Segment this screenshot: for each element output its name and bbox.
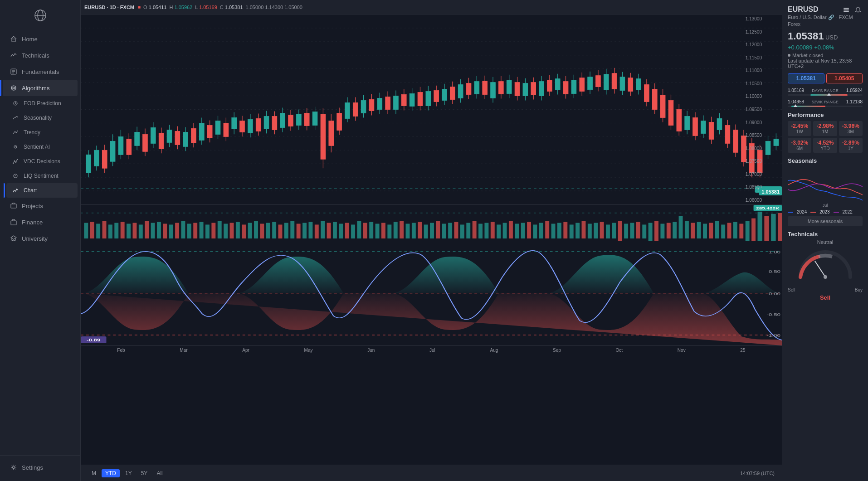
volume-svg: 285.422K xyxy=(81,205,782,241)
svg-rect-298 xyxy=(600,222,604,239)
settings-label: Settings xyxy=(22,464,43,471)
toolbar-open: O 1.05411 xyxy=(143,5,166,10)
sidebar-item-finance[interactable]: Finance xyxy=(3,214,78,230)
sidebar-item-label: Technicals xyxy=(22,52,49,59)
tf-btn-5y[interactable]: 5Y xyxy=(137,469,151,477)
svg-rect-257 xyxy=(351,224,355,238)
svg-rect-295 xyxy=(581,221,585,239)
svg-rect-240 xyxy=(248,223,252,239)
legend-label-2023: 2023 xyxy=(819,209,829,214)
svg-rect-294 xyxy=(575,223,580,239)
chart-toolbar: EURUSD · 1D · FXCM ■ O 1.05411 H 1.05962… xyxy=(81,0,782,15)
category-label: Forex xyxy=(788,21,863,27)
seasonality-icon xyxy=(12,114,19,121)
sidebar-item-eod-prediction[interactable]: EOD Prediction xyxy=(6,96,78,111)
tf-btn-all[interactable]: All xyxy=(153,469,166,477)
svg-rect-342 xyxy=(844,10,849,10)
svg-rect-273 xyxy=(448,223,452,239)
sidebar-item-projects[interactable]: Projects xyxy=(3,198,78,214)
svg-rect-321 xyxy=(739,223,743,238)
sidebar-item-seasonality[interactable]: Seasonality xyxy=(6,111,78,125)
right-panel: EURUSD Euro / U.S. Dollar 🔗 - FXCM Forex… xyxy=(782,0,868,481)
svg-point-17 xyxy=(15,162,16,163)
svg-rect-306 xyxy=(649,223,653,241)
svg-rect-236 xyxy=(224,223,228,238)
svg-line-12 xyxy=(15,103,17,104)
toolbar-symbol: EURUSD · 1D · FXCM xyxy=(84,5,134,10)
legend-dot-2024 xyxy=(788,212,793,213)
sidebar-item-fundamentals[interactable]: Fundamentals xyxy=(3,63,78,80)
sidebar-item-trendy[interactable]: Trendy xyxy=(6,125,78,140)
sidebar-item-home[interactable]: Home xyxy=(3,31,78,47)
gauge-container xyxy=(788,248,863,284)
svg-rect-220 xyxy=(127,223,131,238)
svg-text:0.00: 0.00 xyxy=(769,292,780,296)
svg-rect-20 xyxy=(11,204,16,208)
svg-rect-310 xyxy=(673,222,677,239)
panel-bell-button[interactable] xyxy=(853,5,863,15)
sidebar-item-label: Projects xyxy=(22,203,43,209)
svg-rect-248 xyxy=(297,223,301,238)
svg-rect-258 xyxy=(357,221,361,239)
price-main: 1.05381 xyxy=(788,30,824,42)
perf-cell-6m: -3.02% 6M xyxy=(788,138,811,153)
svg-point-18 xyxy=(17,159,18,160)
candlestick-chart[interactable]: 1.05381 1.13000 1.12500 1.12000 1.11500 … xyxy=(81,15,782,205)
performance-title: Performance xyxy=(788,112,863,118)
svg-rect-246 xyxy=(284,223,288,239)
sidebar-item-sentient-ai[interactable]: Sentient AI xyxy=(6,140,78,154)
currency-label: USD xyxy=(825,34,838,41)
sidebar-item-vdc-decisions[interactable]: VDC Decisions xyxy=(6,154,78,169)
sidebar-item-technicals[interactable]: Technicals xyxy=(3,47,78,63)
buy-axis-label: Buy xyxy=(855,287,863,292)
svg-rect-229 xyxy=(181,221,185,239)
svg-rect-302 xyxy=(624,223,628,238)
bid-button[interactable]: 1.05381 xyxy=(788,73,824,83)
svg-rect-272 xyxy=(442,223,446,238)
svg-rect-270 xyxy=(430,223,434,239)
svg-rect-285 xyxy=(521,223,525,239)
svg-rect-291 xyxy=(557,223,561,239)
svg-rect-311 xyxy=(679,216,683,238)
sidebar-item-algorithms[interactable]: Algorithms xyxy=(3,80,78,96)
svg-rect-269 xyxy=(424,224,428,238)
svg-rect-309 xyxy=(667,223,671,239)
tf-btn-ytd[interactable]: YTD xyxy=(102,469,120,477)
svg-rect-268 xyxy=(418,222,422,239)
svg-rect-282 xyxy=(503,223,507,239)
sidebar-item-label: EOD Prediction xyxy=(24,100,61,107)
svg-rect-283 xyxy=(509,221,513,239)
sidebar-item-chart[interactable]: Chart xyxy=(6,183,78,198)
home-icon xyxy=(10,35,17,43)
bell-icon xyxy=(854,6,862,14)
sidebar-item-liq-sentiment[interactable]: LIQ Sentiment xyxy=(6,169,78,183)
svg-rect-293 xyxy=(570,224,574,238)
bid-ask-section: 1.05381 1.05405 xyxy=(788,73,863,83)
sidebar-item-settings[interactable]: Settings xyxy=(3,459,78,476)
svg-rect-249 xyxy=(302,223,307,239)
status-dot xyxy=(788,54,790,57)
svg-rect-227 xyxy=(169,224,173,238)
sidebar-item-label: Seasonality xyxy=(24,115,52,121)
svg-point-16 xyxy=(14,160,15,161)
tf-btn-m[interactable]: M xyxy=(88,469,100,477)
perf-cell-1m: -2.98% 1M xyxy=(813,121,837,136)
sidebar-item-university[interactable]: University xyxy=(3,230,78,247)
svg-rect-297 xyxy=(594,223,598,239)
sidebar-sub-algorithms: EOD Prediction Seasonality Trendy Sentie… xyxy=(0,96,80,198)
svg-rect-232 xyxy=(200,222,204,239)
svg-text:-0.50: -0.50 xyxy=(767,312,780,316)
ask-button[interactable]: 1.05405 xyxy=(826,73,863,83)
svg-rect-263 xyxy=(387,224,391,238)
svg-rect-214 xyxy=(90,222,94,239)
sentient-icon xyxy=(12,143,19,151)
toolbar-low: L 1.05169 xyxy=(195,5,217,10)
volume-chart: 285.422K xyxy=(81,205,782,241)
tf-btn-1y[interactable]: 1Y xyxy=(122,469,136,477)
days-range-values: 1.05169 DAYS RANGE 1.05924 xyxy=(788,88,863,93)
more-seasonals-button[interactable]: More seasonals xyxy=(788,216,863,226)
svg-rect-259 xyxy=(363,223,367,239)
svg-text:285.422K: 285.422K xyxy=(756,206,780,210)
panel-list-button[interactable] xyxy=(842,5,851,15)
chart-bottom-bar: M YTD 1Y 5Y All 14:07:59 (UTC) xyxy=(81,465,782,481)
